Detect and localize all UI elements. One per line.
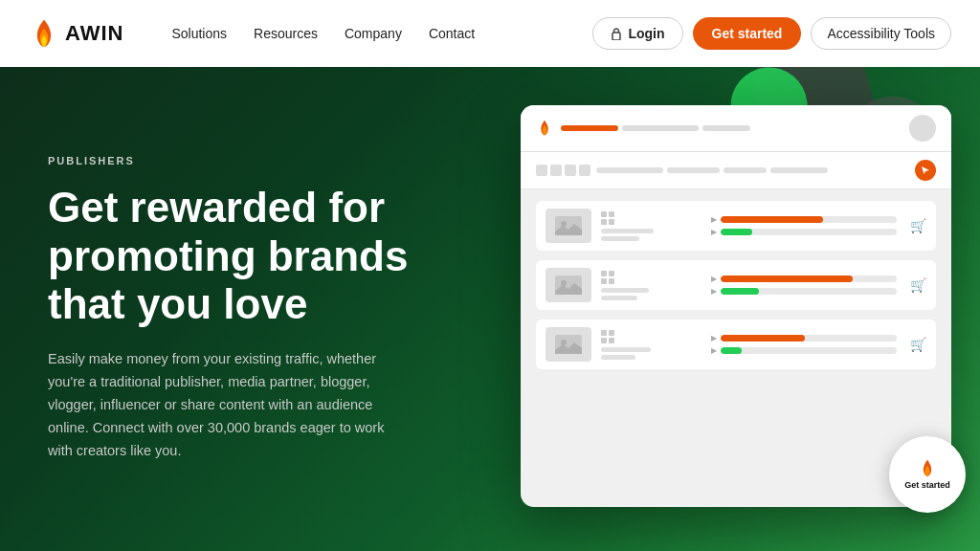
progress-bar-orange-3: ▶ [711, 334, 897, 342]
progress-fill-orange [721, 335, 805, 342]
table-row: ▶ ▶ 🛒 [536, 320, 936, 369]
row-2-content [601, 271, 694, 300]
dash-bar-orange [561, 125, 618, 131]
nav-contact[interactable]: Contact [429, 26, 475, 41]
svg-point-6 [561, 340, 567, 345]
floating-flame-icon [918, 459, 937, 478]
mini-bar [601, 288, 649, 293]
product-thumbnail-3 [546, 327, 591, 362]
product-thumbnail-2 [546, 268, 591, 302]
logo-text: AWIN [65, 21, 123, 46]
row-3-bars [601, 347, 694, 360]
toolbar-dot-4 [579, 165, 590, 176]
progress-bar-green-2: ▶ [711, 287, 897, 296]
image-placeholder-icon-2 [555, 276, 582, 295]
progress-fill-green [721, 229, 752, 235]
row-1-progress: ▶ ▶ [703, 215, 897, 236]
svg-point-2 [561, 221, 567, 227]
toolbar-bar-2 [667, 167, 720, 173]
nav-links: Solutions Resources Company Contact [171, 26, 564, 41]
dashboard-mockup: ▶ ▶ 🛒 [521, 105, 951, 507]
progress-track [721, 335, 897, 342]
dashboard-header [521, 105, 951, 152]
cursor-icon [915, 160, 936, 181]
row-3-content [601, 330, 694, 360]
cart-icon-2: 🛒 [910, 277, 926, 293]
hero-title: Get rewarded for promoting brands that y… [48, 184, 421, 329]
navbar: AWIN Solutions Resources Company Contact… [0, 0, 980, 67]
progress-track [721, 276, 897, 282]
product-thumbnail-1 [546, 209, 591, 243]
grid-dot [601, 271, 607, 276]
mini-bar [601, 229, 654, 233]
accessibility-button[interactable]: Accessibility Tools [811, 17, 951, 50]
progress-fill-orange [721, 276, 853, 282]
toolbar-bar-3 [724, 167, 767, 173]
dashboard-body: ▶ ▶ 🛒 [521, 189, 951, 381]
nav-company[interactable]: Company [345, 26, 402, 41]
progress-fill-green [721, 347, 742, 354]
row-1-content [601, 211, 694, 241]
dash-bar-gray-2 [702, 125, 750, 131]
grid-dot [601, 330, 607, 336]
nav-actions: Login Get started Accessibility Tools [592, 17, 951, 50]
dash-bar-gray-1 [622, 125, 699, 131]
toolbar-filter-bars [596, 167, 909, 173]
hero-section: PUBLISHERS Get rewarded for promoting br… [0, 67, 980, 551]
chevron-icon: ▶ [711, 334, 717, 342]
progress-fill-orange [721, 216, 823, 223]
grid-icon-3 [601, 330, 616, 343]
grid-dot [609, 211, 614, 217]
nav-resources[interactable]: Resources [254, 26, 318, 41]
grid-icon-1 [601, 211, 616, 225]
row-1-bars [601, 229, 694, 241]
toolbar-bar-4 [770, 167, 828, 173]
hero-content: PUBLISHERS Get rewarded for promoting br… [0, 98, 469, 519]
chevron-icon: ▶ [711, 275, 717, 283]
chevron-icon: ▶ [711, 346, 717, 355]
nav-solutions[interactable]: Solutions [171, 26, 227, 41]
progress-fill-green [721, 288, 759, 295]
table-row: ▶ ▶ 🛒 [536, 260, 936, 310]
lock-icon [611, 27, 622, 40]
grid-dot [609, 278, 614, 284]
row-2-progress: ▶ ▶ [703, 275, 897, 296]
progress-track [721, 347, 897, 354]
mini-bar [601, 236, 639, 241]
toolbar-dot-1 [536, 165, 547, 176]
logo-flame-icon [29, 18, 59, 49]
mini-bar [601, 355, 635, 360]
hero-title-bold: Get rewarded [48, 184, 317, 231]
floating-get-started-button[interactable]: Get started [889, 436, 966, 513]
dashboard-flame-icon [536, 120, 553, 137]
mini-bar [601, 347, 651, 352]
grid-dot [609, 330, 614, 336]
row-3-progress: ▶ ▶ [703, 334, 897, 355]
grid-icon-2 [601, 271, 616, 284]
progress-bar-green-1: ▶ [711, 228, 897, 236]
chevron-icon: ▶ [711, 287, 717, 296]
cart-icon-1: 🛒 [910, 218, 926, 233]
dashboard-toolbar [521, 152, 951, 189]
get-started-nav-button[interactable]: Get started [693, 17, 802, 50]
login-button[interactable]: Login [592, 17, 682, 50]
grid-dot [609, 219, 614, 225]
svg-rect-0 [612, 33, 620, 40]
image-placeholder-icon-3 [555, 335, 582, 354]
svg-point-4 [561, 280, 567, 286]
chevron-icon: ▶ [711, 215, 717, 224]
toolbar-grid-dots [536, 165, 590, 176]
cursor-arrow-icon [920, 165, 931, 176]
grid-dot [601, 338, 607, 343]
grid-dot [601, 278, 607, 284]
hero-label: PUBLISHERS [48, 155, 421, 166]
progress-track [721, 216, 897, 223]
image-placeholder-icon-1 [555, 216, 582, 235]
logo[interactable]: AWIN [29, 18, 123, 49]
grid-dot [609, 338, 614, 343]
toolbar-bar-1 [596, 167, 663, 173]
mini-bar [601, 296, 637, 300]
progress-bar-green-3: ▶ [711, 346, 897, 355]
dashboard-title-bars [561, 125, 902, 131]
hero-description: Easily make money from your existing tra… [48, 348, 412, 463]
